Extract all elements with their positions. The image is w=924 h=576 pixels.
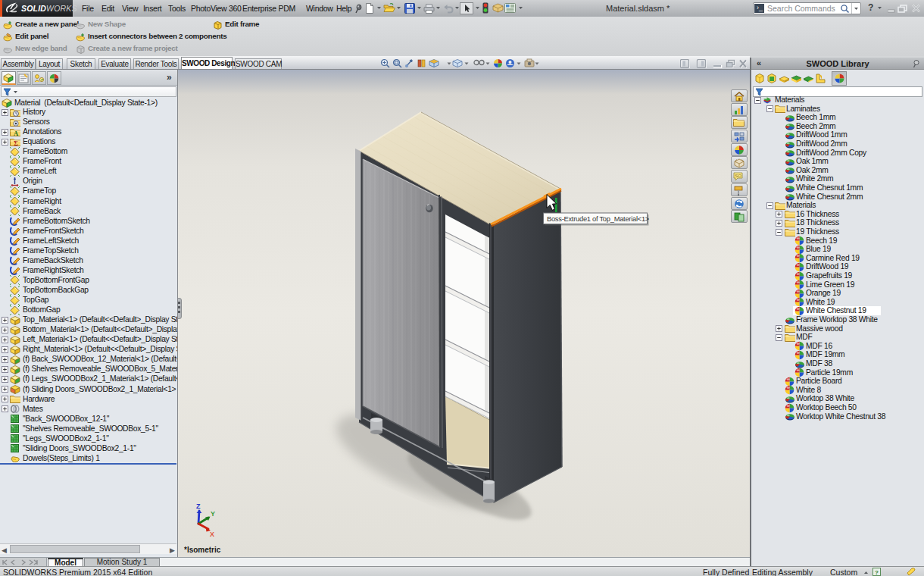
svg-text:?: ? xyxy=(875,569,879,576)
svg-text:SO: SO xyxy=(735,174,741,178)
svg-text:Y: Y xyxy=(211,510,215,518)
svg-text:X: X xyxy=(210,531,214,538)
svg-text:A: A xyxy=(14,130,19,137)
svg-text:*Isometric: *Isometric xyxy=(184,546,221,554)
svg-text:Z: Z xyxy=(196,502,201,510)
svg-text:Σ: Σ xyxy=(14,139,18,147)
svg-text:Boss-Extrude1 of Top_Material<: Boss-Extrude1 of Top_Material<1> xyxy=(547,215,649,223)
